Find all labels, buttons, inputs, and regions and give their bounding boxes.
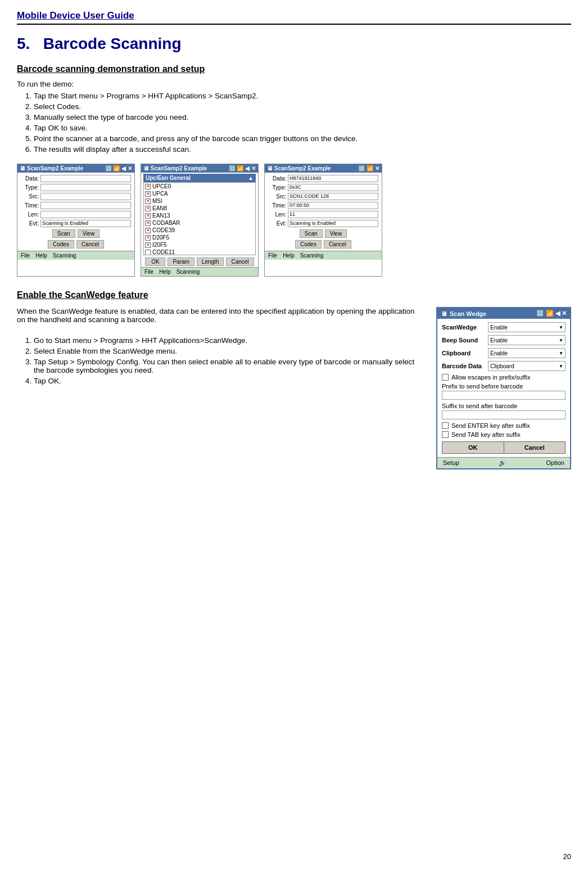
- scanwedge-section: Enable the ScanWedge feature When the Sc…: [17, 290, 571, 469]
- screen2-titlebar: 🖥 ScanSamp2 Example 🔢 📶 ◀ ✕: [141, 164, 258, 173]
- screen3-field-data: Data: H8741911840: [268, 175, 378, 182]
- scanwedge-step-1: Go to Start menu > Programs > HHT Applic…: [34, 336, 425, 345]
- sw-checkbox-tab-label: Send TAB key after suffix: [451, 431, 521, 438]
- screen3-btn-row2: Codes Cancel: [268, 240, 378, 249]
- screen3-menubar: File Help Scanning: [265, 251, 382, 260]
- screen1-menubar: File Help Scanning: [17, 251, 134, 260]
- demo-step-4: Tap OK to save.: [34, 124, 571, 132]
- item-upca: UPCA: [144, 190, 255, 197]
- sw-body: ScanWedge Enable ▼ Beep Sound Enable ▼: [437, 319, 570, 457]
- item-codabar: CODABAR: [144, 219, 255, 227]
- screen3-menu-scanning[interactable]: Scanning: [300, 252, 324, 259]
- scanwedge-content: When the ScanWedge feature is enabled, d…: [17, 307, 571, 469]
- screen3-scan-btn[interactable]: Scan: [300, 229, 323, 238]
- screen3-view-btn[interactable]: View: [325, 229, 347, 238]
- sw-menu-speaker-icon: 🔊: [499, 459, 506, 467]
- screen3-titlebar: 🖥 ScanSamp2 Example 🔢 📶 ✕: [265, 164, 382, 173]
- screen2-icons: 🔢 📶 ◀ ✕: [229, 165, 256, 171]
- sw-dialog-title: Scan Wedge: [450, 310, 486, 317]
- screen2-menu-file[interactable]: File: [144, 269, 153, 275]
- screen1-menu-file[interactable]: File: [21, 252, 30, 259]
- screen1-view-btn[interactable]: View: [78, 229, 100, 238]
- page-header-title: Mobile Device User Guide: [17, 10, 134, 21]
- scanwedge-para1: When the ScanWedge feature is enabled, d…: [17, 307, 425, 324]
- scanwedge-step-4: Tap OK.: [34, 377, 425, 385]
- sw-row-barcodedata: Barcode Data Clipboard ▼: [442, 361, 566, 371]
- sw-checkbox-escapes-box[interactable]: [442, 374, 449, 381]
- scanwedge-dialog: 🖥 Scan Wedge 🔢 📶 ◀ ✕ ScanWedge Enable ▼: [436, 307, 571, 469]
- screen2-ok-btn[interactable]: OK: [145, 257, 165, 266]
- sw-row-scanwedge: ScanWedge Enable ▼: [442, 322, 566, 332]
- scanwedge-steps-list: Go to Start menu > Programs > HHT Applic…: [34, 336, 425, 385]
- screen2-param-btn[interactable]: Param: [168, 257, 194, 266]
- screen1-scan-btn[interactable]: Scan: [52, 229, 75, 238]
- screen1-menu-help[interactable]: Help: [35, 252, 47, 259]
- sw-cancel-btn[interactable]: Cancel: [504, 441, 566, 454]
- page-number: 20: [563, 852, 571, 861]
- sw-ok-btn[interactable]: OK: [442, 441, 504, 454]
- sw-suffix-section: Suffix to send after barcode: [442, 403, 566, 419]
- sw-row-clipboard: Clipboard Enable ▼: [442, 348, 566, 358]
- item-i20f5: I20F5: [144, 241, 255, 249]
- sw-checkbox-tab-box[interactable]: [442, 431, 449, 438]
- item-msi: MSI: [144, 197, 255, 205]
- screen1-field-len: Len:: [21, 211, 131, 218]
- screen3-btn-row1: Scan View: [268, 229, 378, 238]
- sw-suffix-label: Suffix to send after barcode: [442, 403, 566, 409]
- screen3-field-src: Src: SCN1:CODE 128: [268, 193, 378, 200]
- screen3-codes-btn[interactable]: Codes: [295, 240, 322, 249]
- demo-intro: To run the demo:: [17, 80, 571, 88]
- screen2-menu-help[interactable]: Help: [159, 269, 171, 275]
- sw-checkbox-enter: Send ENTER key after suffix: [442, 422, 566, 429]
- scanwedge-step-2: Select Enable from the ScanWedge menu.: [34, 347, 425, 355]
- sw-titlebar: 🖥 Scan Wedge 🔢 📶 ◀ ✕: [437, 308, 570, 319]
- screenshot-2: 🖥 ScanSamp2 Example 🔢 📶 ◀ ✕ Upc/Ean Gene…: [141, 164, 259, 277]
- screen1-field-data: Data:: [21, 175, 131, 182]
- screen1-field-type: Type:: [21, 184, 131, 191]
- item-code39: CODE39: [144, 227, 255, 234]
- sw-dialog-window: 🖥 Scan Wedge 🔢 📶 ◀ ✕ ScanWedge Enable ▼: [436, 307, 571, 469]
- screen1-title: 🖥 ScanSamp2 Example: [20, 165, 83, 171]
- screen2-cancel-btn[interactable]: Cancel: [226, 257, 254, 266]
- section-heading: Barcode Scanning: [43, 35, 182, 52]
- screen1-btn-row2: Codes Cancel: [21, 240, 131, 249]
- screen1-icons: 🔢 📶 ◀ ✕: [105, 165, 132, 171]
- sw-checkbox-enter-box[interactable]: [442, 422, 449, 429]
- sw-suffix-input[interactable]: [442, 410, 566, 419]
- screen1-cancel-btn[interactable]: Cancel: [76, 240, 104, 249]
- demo-step-6: The results will display after a success…: [34, 145, 571, 153]
- sw-start-icon: 🖥: [441, 310, 447, 317]
- sw-row-beepsound: Beep Sound Enable ▼: [442, 335, 566, 345]
- item-code11: CODE11: [144, 249, 255, 255]
- section-title: 5. Barcode Scanning: [17, 35, 571, 53]
- screen3-menu-file[interactable]: File: [268, 252, 277, 259]
- screen3-cancel-btn[interactable]: Cancel: [324, 240, 351, 249]
- scanwedge-text-area: When the ScanWedge feature is enabled, d…: [17, 307, 425, 469]
- sw-clipboard-select[interactable]: Enable ▼: [488, 348, 566, 358]
- sw-scanwedge-select[interactable]: Enable ▼: [488, 322, 566, 332]
- sw-barcodedata-select[interactable]: Clipboard ▼: [488, 361, 566, 371]
- screen1-field-evt: Evt: Scanning is Enabled: [21, 220, 131, 227]
- sw-menu-option[interactable]: Option: [546, 459, 564, 467]
- sw-prefix-input[interactable]: [442, 391, 566, 400]
- sw-beepsound-select[interactable]: Enable ▼: [488, 335, 566, 345]
- screen2-length-btn[interactable]: Length: [197, 257, 224, 266]
- screen1-codes-btn[interactable]: Codes: [48, 240, 74, 249]
- sw-btn-row: OK Cancel: [442, 441, 566, 454]
- screen2-menubar: File Help Scanning: [141, 267, 258, 276]
- screen1-body: Data: Type: Src: Time: Len:: [17, 173, 134, 251]
- demo-step-3: Manually select the type of barcode you …: [34, 113, 571, 121]
- screen2-menu-scanning[interactable]: Scanning: [177, 269, 200, 275]
- screen1-menu-scanning[interactable]: Scanning: [53, 252, 76, 259]
- screen1-btn-row1: Scan View: [21, 229, 131, 238]
- demo-step-5: Point the scanner at a barcode, and pres…: [34, 134, 571, 143]
- sw-menu-setup[interactable]: Setup: [443, 459, 459, 467]
- screen3-menu-help[interactable]: Help: [283, 252, 295, 259]
- scanwedge-subsection-title: Enable the ScanWedge feature: [17, 290, 571, 300]
- screen3-field-time: Time: 07:00:50: [268, 202, 378, 209]
- screen2-body: Upc/Ean General ▲ UPCE0 UPCA MSI EAN8 EA…: [141, 173, 258, 267]
- sw-checkbox-enter-label: Send ENTER key after suffix: [451, 422, 530, 429]
- sw-checkbox-escapes: Allow escapes in prefix/suffix: [442, 374, 566, 381]
- screen1-field-src: Src:: [21, 193, 131, 200]
- screen3-icons: 🔢 📶 ✕: [358, 165, 379, 171]
